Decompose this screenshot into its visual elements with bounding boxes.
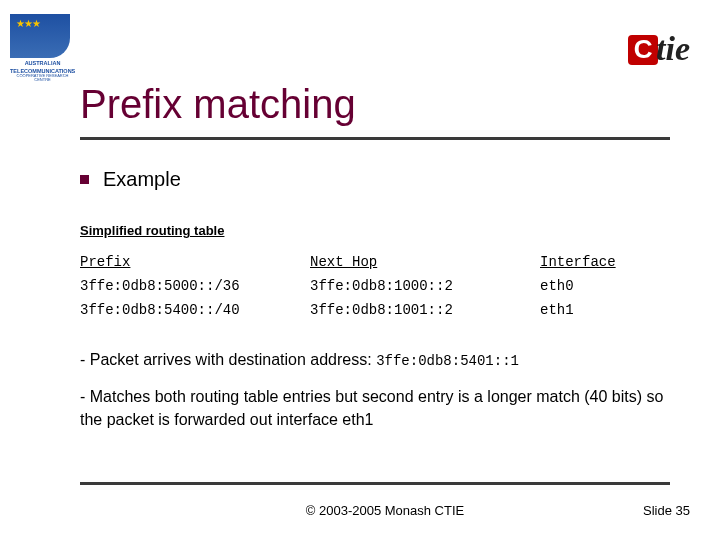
table-caption: Simplified routing table xyxy=(80,223,690,238)
slide-number: Slide 35 xyxy=(600,503,690,518)
td-interface: eth0 xyxy=(540,278,670,294)
logo-stars-graphic xyxy=(10,14,70,58)
logo-atrc: AUSTRALIAN TELECOMMUNICATIONS COOPERATIV… xyxy=(10,14,75,84)
para-arrival: - Packet arrives with destination addres… xyxy=(80,348,680,371)
td-interface: eth1 xyxy=(540,302,670,318)
slide-content: Prefix matching Example Simplified routi… xyxy=(80,82,690,446)
footer-divider xyxy=(80,482,670,485)
td-nexthop: 3ffe:0db8:1001::2 xyxy=(310,302,540,318)
th-interface: Interface xyxy=(540,254,670,270)
title-divider xyxy=(80,137,670,140)
logo-text-1: AUSTRALIAN xyxy=(10,60,75,66)
th-nexthop: Next Hop xyxy=(310,254,540,270)
td-prefix: 3ffe:0db8:5400::/40 xyxy=(80,302,310,318)
table-row: 3ffe:0db8:5400::/40 3ffe:0db8:1001::2 et… xyxy=(80,298,670,322)
th-prefix: Prefix xyxy=(80,254,310,270)
logo-text-3: COOPERATIVE RESEARCH CENTRE xyxy=(10,74,75,83)
body-paragraphs: - Packet arrives with destination addres… xyxy=(80,348,680,432)
page-title: Prefix matching xyxy=(80,82,690,127)
bullet-icon xyxy=(80,175,89,184)
dest-address: 3ffe:0db8:5401::1 xyxy=(376,353,519,369)
routing-table: Prefix Next Hop Interface 3ffe:0db8:5000… xyxy=(80,250,670,322)
td-prefix: 3ffe:0db8:5000::/36 xyxy=(80,278,310,294)
example-row: Example xyxy=(80,168,690,191)
logo-ctie: Ctie xyxy=(628,30,690,68)
table-row: 3ffe:0db8:5000::/36 3ffe:0db8:1000::2 et… xyxy=(80,274,670,298)
example-label: Example xyxy=(103,168,181,191)
logo-ctie-rest: tie xyxy=(656,30,690,67)
copyright: © 2003-2005 Monash CTIE xyxy=(170,503,600,518)
footer: © 2003-2005 Monash CTIE Slide 35 xyxy=(80,482,690,518)
para-arrival-text: - Packet arrives with destination addres… xyxy=(80,351,376,368)
table-header-row: Prefix Next Hop Interface xyxy=(80,250,670,274)
para-match: - Matches both routing table entries but… xyxy=(80,385,680,431)
footer-row: © 2003-2005 Monash CTIE Slide 35 xyxy=(80,503,690,518)
td-nexthop: 3ffe:0db8:1000::2 xyxy=(310,278,540,294)
logo-ctie-c: C xyxy=(628,35,658,65)
